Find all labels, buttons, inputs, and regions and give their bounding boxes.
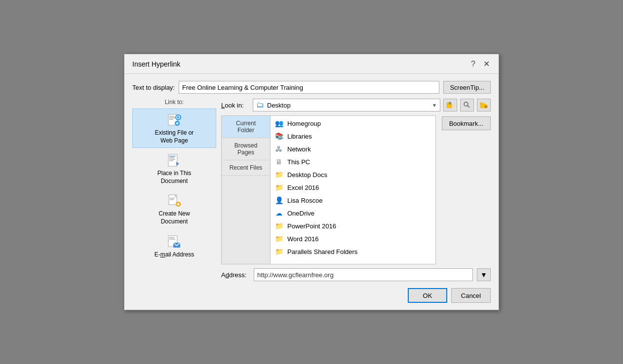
sidebar: Link to: (132, 99, 221, 303)
folder-icon: 📁 (274, 234, 283, 243)
folder-icon: 📁 (274, 221, 283, 230)
file-name: Excel 2016 (287, 184, 319, 191)
address-row: Address: ▼ (221, 268, 491, 281)
look-in-select-inner: 🗂 Desktop (256, 101, 432, 109)
svg-rect-25 (169, 237, 174, 238)
svg-marker-15 (176, 162, 179, 166)
toolbar-btn-search[interactable] (460, 99, 474, 111)
sidebar-item-place[interactable]: Place in ThisDocument (132, 149, 216, 188)
text-display-row: Text to display: ScreenTip... (132, 81, 491, 94)
sidebar-item-new[interactable]: Create NewDocument (132, 189, 216, 229)
link-to-label: Link to: (132, 99, 216, 106)
file-name: Desktop Docs (287, 171, 327, 179)
title-bar-left: Insert Hyperlink (132, 60, 180, 68)
file-name: OneDrive (287, 210, 314, 217)
folder-icon-blue: 🗂 (256, 101, 264, 109)
list-item[interactable]: 📚 Libraries (271, 130, 435, 143)
file-name: Word 2016 (287, 235, 318, 243)
ok-button[interactable]: OK (408, 288, 447, 303)
content-area: Look in: 🗂 Desktop ▼ (221, 99, 491, 303)
screentip-button[interactable]: ScreenTip... (443, 81, 491, 94)
user-icon: 👤 (274, 196, 283, 205)
svg-rect-11 (169, 156, 175, 157)
list-item[interactable]: ☁ OneDrive (271, 207, 435, 219)
email-label: E-mail Address (155, 251, 195, 259)
list-item[interactable]: 👥 Homegroup (271, 117, 435, 130)
toolbar-btn-folder[interactable] (443, 99, 457, 111)
nav-panel: CurrentFolder BrowsedPages Recent Files (221, 115, 271, 264)
svg-line-31 (467, 106, 469, 108)
email-icon (166, 234, 182, 250)
file-list-wrapper: CurrentFolder BrowsedPages Recent Files … (221, 115, 491, 264)
list-item[interactable]: 📁 Desktop Docs (271, 168, 435, 181)
file-name: This PC (287, 158, 310, 166)
look-in-select[interactable]: 🗂 Desktop ▼ (253, 99, 440, 111)
right-buttons: Bookmark... (436, 115, 491, 264)
look-in-row: Look in: 🗂 Desktop ▼ (221, 99, 491, 111)
nav-item-recent[interactable]: Recent Files (222, 160, 270, 176)
list-item[interactable]: 📁 Parallels Shared Folders (271, 245, 435, 258)
address-dropdown[interactable]: ▼ (477, 268, 491, 281)
address-label: Address: (221, 271, 250, 279)
svg-rect-33 (480, 103, 483, 104)
look-in-value: Desktop (267, 102, 291, 109)
help-button[interactable]: ? (468, 59, 478, 69)
thispc-icon: 🖥 (274, 157, 283, 166)
svg-rect-1 (169, 116, 174, 117)
file-list[interactable]: 👥 Homegroup 📚 Libraries 🖧 Network (271, 115, 436, 264)
folder-icon: 📁 (274, 183, 283, 192)
svg-rect-13 (169, 159, 175, 160)
list-item[interactable]: 🖥 This PC (271, 155, 435, 168)
title-bar-right: ? ✕ (468, 59, 493, 69)
svg-rect-12 (169, 157, 174, 158)
existing-file-icon (166, 112, 182, 128)
sidebar-item-existing[interactable]: Existing File orWeb Page (132, 109, 216, 148)
text-to-display-input[interactable] (179, 81, 439, 94)
list-item[interactable]: 👤 Lisa Roscoe (271, 194, 435, 207)
bottom-row: OK Cancel (221, 285, 491, 303)
look-in-label: Look in: (221, 102, 250, 109)
svg-rect-20 (170, 199, 174, 200)
list-item[interactable]: 📁 Word 2016 (271, 232, 435, 245)
close-button[interactable]: ✕ (480, 59, 493, 69)
toolbar-btn-new-folder[interactable] (477, 99, 491, 111)
existing-file-label: Existing File orWeb Page (155, 129, 194, 145)
homegroup-icon: 👥 (274, 119, 283, 128)
svg-point-30 (464, 102, 468, 106)
place-label: Place in ThisDocument (157, 170, 191, 185)
new-doc-icon (166, 193, 182, 209)
svg-rect-14 (169, 160, 173, 161)
file-name: Libraries (287, 133, 312, 140)
svg-rect-3 (169, 119, 173, 120)
svg-rect-2 (169, 117, 175, 118)
svg-rect-26 (169, 239, 175, 240)
file-name: PowerPoint 2016 (287, 222, 336, 230)
nav-item-browsed[interactable]: BrowsedPages (222, 138, 270, 160)
library-icon: 📚 (274, 132, 283, 141)
onedrive-icon: ☁ (274, 209, 283, 218)
list-item[interactable]: 📁 Excel 2016 (271, 181, 435, 194)
address-input[interactable] (257, 271, 469, 279)
bookmark-button[interactable]: Bookmark... (442, 116, 491, 130)
list-item[interactable]: 📁 PowerPoint 2016 (271, 219, 435, 232)
dialog-body: Text to display: ScreenTip... Link to: (124, 74, 499, 310)
file-name: Homegroup (287, 120, 321, 127)
title-bar: Insert Hyperlink ? ✕ (124, 54, 499, 74)
cancel-button[interactable]: Cancel (451, 288, 491, 303)
parallels-icon: 📁 (274, 247, 283, 256)
list-item[interactable]: 🖧 Network (271, 143, 435, 155)
look-in-arrow: ▼ (432, 103, 437, 108)
file-list-inner: 👥 Homegroup 📚 Libraries 🖧 Network (271, 116, 435, 259)
svg-rect-19 (170, 198, 175, 199)
sidebar-item-email[interactable]: E-mail Address (132, 230, 216, 262)
insert-hyperlink-dialog: Insert Hyperlink ? ✕ Text to display: Sc… (124, 54, 499, 310)
nav-item-current[interactable]: CurrentFolder (222, 116, 270, 138)
dialog-title: Insert Hyperlink (132, 60, 180, 68)
folder-icon: 📁 (274, 170, 283, 179)
address-input-wrapper (254, 268, 473, 281)
new-doc-label: Create NewDocument (158, 210, 190, 225)
file-name: Lisa Roscoe (287, 197, 323, 204)
file-name: Network (287, 146, 311, 153)
file-name: Parallels Shared Folders (287, 248, 357, 255)
network-icon: 🖧 (274, 145, 283, 153)
